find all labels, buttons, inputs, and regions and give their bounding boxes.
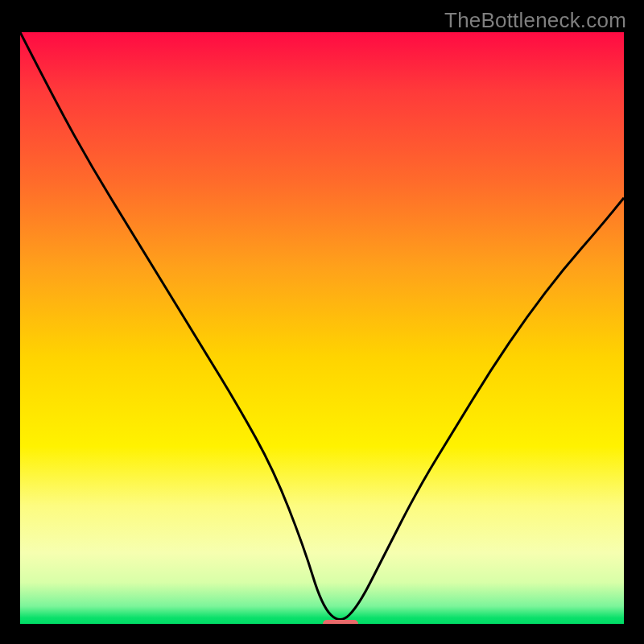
optimal-marker xyxy=(323,620,358,624)
chart-frame: TheBottleneck.com xyxy=(0,0,644,644)
bottleneck-curve xyxy=(20,32,624,619)
curve-svg xyxy=(20,32,624,624)
watermark-text: TheBottleneck.com xyxy=(444,8,626,33)
plot-area xyxy=(20,32,624,624)
